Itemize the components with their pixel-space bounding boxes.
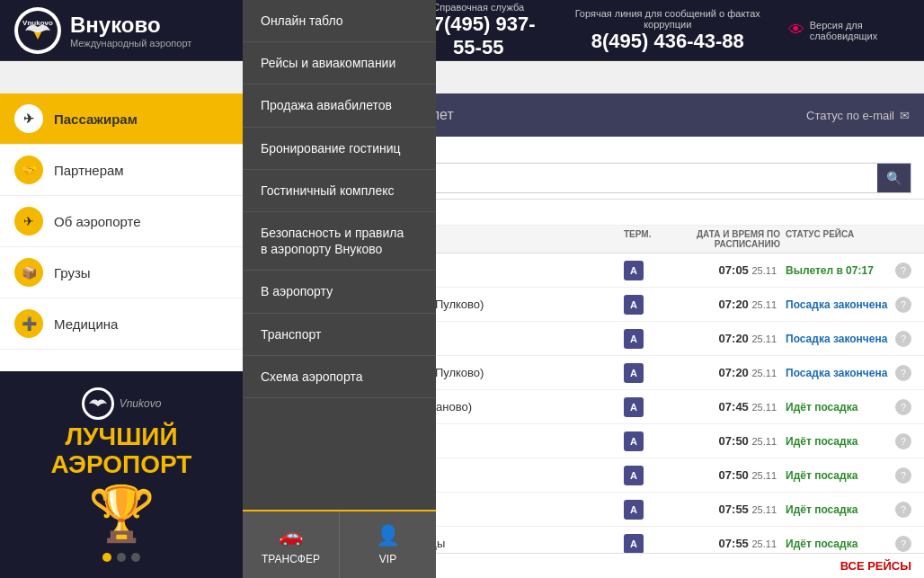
banner-dot-1[interactable] bbox=[102, 553, 111, 562]
flight-time: 07:05 25.11 bbox=[669, 263, 786, 277]
sidebar-item-partners[interactable]: 🤝 Партнерам bbox=[0, 145, 243, 196]
menu-item-in-airport[interactable]: В аэропорту bbox=[243, 271, 436, 313]
flight-terminal: А bbox=[624, 261, 669, 280]
info-button[interactable]: ? bbox=[895, 297, 911, 313]
flight-status: Посадка закончена ? bbox=[786, 297, 911, 313]
banner-title-line2: АЭРОПОРТ bbox=[51, 451, 192, 479]
sidebar-item-airport[interactable]: ✈ Об аэропорте bbox=[0, 196, 243, 247]
menu-item-online-board[interactable]: Онлайн табло bbox=[243, 0, 436, 42]
banner-logo-text: Vnukovo bbox=[120, 397, 162, 410]
hotline-number: 8(495) 436-43-88 bbox=[569, 30, 767, 53]
logo-icon: Vnukovo bbox=[14, 7, 61, 54]
vip-icon: 👤 bbox=[376, 524, 400, 547]
flight-terminal: А bbox=[624, 431, 669, 451]
menu-item-flights[interactable]: Рейсы и авиакомпании bbox=[243, 42, 436, 84]
all-flights-link[interactable]: ВСЕ РЕЙСЫ bbox=[840, 559, 911, 573]
logo-area: Vnukovo Внуково Международный аэропорт bbox=[14, 7, 257, 54]
hotline-block: Горячая линия для сообщений о фактах кор… bbox=[569, 8, 767, 53]
menu-item-hotel-booking[interactable]: Бронирование гостиниц bbox=[243, 128, 436, 170]
eye-icon: 👁 bbox=[788, 21, 804, 40]
hotline-label: Горячая линия для сообщений о фактах кор… bbox=[569, 8, 767, 30]
medicine-icon: ➕ bbox=[14, 309, 43, 338]
flight-time: 07:20 25.11 bbox=[669, 366, 786, 379]
info-button[interactable]: ? bbox=[895, 331, 911, 347]
hotline-main: 436-43-88 bbox=[653, 30, 743, 52]
logo-text-block: Внуково Международный аэропорт bbox=[70, 13, 191, 49]
flight-status: Идёт посадка ? bbox=[786, 536, 911, 552]
sidebar-label-passengers: Пассажирам bbox=[54, 111, 138, 127]
flight-status: Посадка закончена ? bbox=[786, 331, 911, 347]
transfer-label: ТРАНСФЕР bbox=[262, 553, 320, 565]
logo-subtitle: Международный аэропорт bbox=[70, 38, 191, 49]
flight-time: 07:20 25.11 bbox=[669, 332, 786, 345]
hotline-prefix: 8(495) bbox=[591, 30, 649, 52]
flight-time: 07:50 25.11 bbox=[669, 434, 786, 448]
banner-dots bbox=[102, 553, 140, 562]
banner-dot-3[interactable] bbox=[131, 553, 140, 562]
flight-terminal: А bbox=[624, 500, 669, 520]
menu-item-transport[interactable]: Транспорт bbox=[243, 314, 436, 356]
main-layout: ✈ Пассажирам 🤝 Партнерам ✈ Об аэропорте … bbox=[0, 93, 924, 578]
time-bar: 07:25 GMT +3 bbox=[0, 61, 924, 93]
info-button[interactable]: ? bbox=[895, 365, 911, 381]
menu-bottom: 🚗 ТРАНСФЕР 👤 VIP bbox=[243, 510, 436, 578]
flight-status: Идёт посадка ? bbox=[786, 467, 911, 484]
menu-item-hotel-complex[interactable]: Гостиничный комплекс bbox=[243, 170, 436, 212]
flight-terminal: А bbox=[624, 466, 669, 485]
email-icon: ✉ bbox=[900, 109, 910, 122]
vip-button[interactable]: 👤 VIP bbox=[340, 511, 436, 578]
sidebar-item-medicine[interactable]: ➕ Медицина bbox=[0, 298, 243, 350]
banner-title-line1: ЛУЧШИЙ bbox=[65, 423, 177, 451]
sidebar-label-cargo: Грузы bbox=[54, 265, 91, 280]
flight-terminal: А bbox=[624, 363, 669, 383]
col-terminal: ТЕРМ. bbox=[624, 229, 669, 249]
info-button[interactable]: ? bbox=[895, 536, 911, 552]
flight-time: 07:20 25.11 bbox=[669, 298, 786, 311]
menu-item-tickets[interactable]: Продажа авиабилетов bbox=[243, 84, 436, 127]
transfer-icon: 🚗 bbox=[279, 524, 303, 547]
flight-terminal: А bbox=[624, 534, 669, 554]
info-button[interactable]: ? bbox=[895, 399, 911, 415]
sidebar: ✈ Пассажирам 🤝 Партнерам ✈ Об аэропорте … bbox=[0, 93, 243, 578]
info-button[interactable]: ? bbox=[895, 502, 911, 518]
info-button[interactable]: ? bbox=[895, 433, 911, 449]
flight-time: 07:45 25.11 bbox=[669, 400, 786, 413]
col-status: СТАТУС РЕЙСА bbox=[786, 229, 911, 249]
header: Vnukovo Внуково Международный аэропорт Р… bbox=[0, 0, 924, 61]
flight-time: 07:50 25.11 bbox=[669, 468, 786, 482]
sidebar-item-passengers[interactable]: ✈ Пассажирам bbox=[0, 93, 243, 145]
menu-overlay: Онлайн табло Рейсы и авиакомпании Продаж… bbox=[243, 0, 436, 578]
info-button[interactable]: ? bbox=[895, 467, 911, 484]
banner-logo-circle bbox=[82, 387, 114, 420]
flight-terminal: А bbox=[624, 295, 669, 315]
sidebar-nav: ✈ Пассажирам 🤝 Партнерам ✈ Об аэропорте … bbox=[0, 93, 243, 350]
sidebar-banner: Vnukovo ЛУЧШИЙ АЭРОПОРТ 🏆 bbox=[0, 371, 243, 578]
cargo-icon: 📦 bbox=[14, 258, 43, 287]
status-email-label: Статус по e-mail bbox=[806, 109, 894, 122]
flight-terminal: А bbox=[624, 397, 669, 417]
flight-status: Вылетел в 07:17 ? bbox=[786, 262, 911, 279]
info-button[interactable]: ? bbox=[895, 262, 911, 279]
banner-logo-row: Vnukovo bbox=[82, 387, 162, 420]
flight-status: Идёт посадка ? bbox=[786, 502, 911, 518]
col-datetime: ДАТА И ВРЕМЯ по расписанию bbox=[669, 229, 786, 249]
trophy-icon: 🏆 bbox=[88, 482, 155, 546]
flight-terminal: А bbox=[624, 329, 669, 349]
search-button[interactable]: 🔍 bbox=[877, 164, 911, 192]
menu-item-security[interactable]: Безопасность и правилав аэропорту Внуков… bbox=[243, 212, 436, 271]
flight-status: Идёт посадка ? bbox=[786, 399, 911, 415]
flight-time: 07:55 25.11 bbox=[669, 537, 786, 550]
accessible-block[interactable]: 👁 Версия для слабовидящих bbox=[788, 20, 910, 41]
flight-status: Идёт посадка ? bbox=[786, 433, 911, 449]
banner-dot-2[interactable] bbox=[117, 553, 126, 562]
sidebar-item-cargo[interactable]: 📦 Грузы bbox=[0, 247, 243, 298]
transfer-button[interactable]: 🚗 ТРАНСФЕР bbox=[243, 511, 340, 578]
airport-icon: ✈ bbox=[14, 207, 43, 236]
menu-item-map[interactable]: Схема аэропорта bbox=[243, 356, 436, 398]
sidebar-label-airport: Об аэропорте bbox=[54, 214, 141, 229]
sidebar-label-partners: Партнерам bbox=[54, 163, 124, 178]
status-email-link[interactable]: Статус по e-mail ✉ bbox=[806, 109, 910, 122]
passengers-icon: ✈ bbox=[14, 104, 43, 133]
flight-status: Посадка закончена ? bbox=[786, 365, 911, 381]
svg-text:Vnukovo: Vnukovo bbox=[22, 19, 53, 27]
